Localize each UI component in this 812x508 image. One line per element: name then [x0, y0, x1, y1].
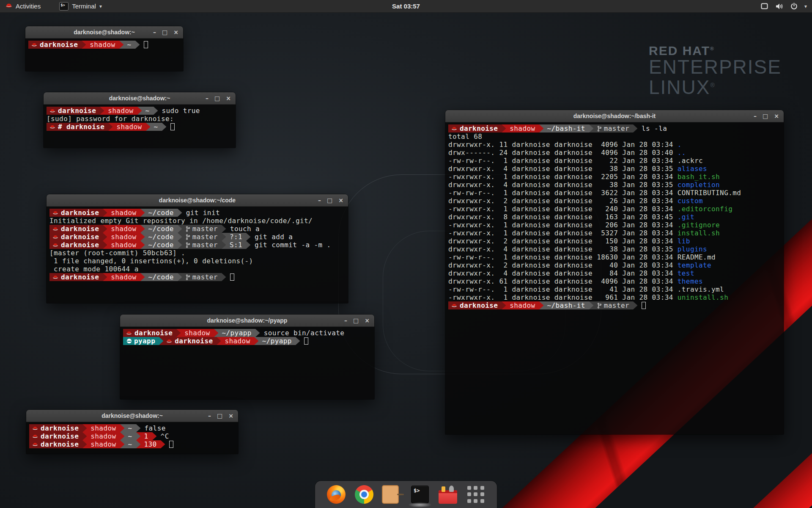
terminal-window[interactable]: darknoise@shadow:~/bash-it–□×darknoisesh…: [445, 110, 784, 434]
file-name: bash_it.sh: [678, 173, 720, 181]
command-text: source bin/activate: [264, 329, 345, 337]
window-titlebar[interactable]: darknoise@shadow:~/bash-it–□×: [445, 110, 784, 122]
window-titlebar[interactable]: darknoise@shadow:~–□×: [25, 26, 183, 39]
close-button[interactable]: ×: [173, 29, 178, 35]
terminal-body[interactable]: darknoiseshadow~/pyappsource bin/activat…: [120, 327, 374, 399]
files-icon: [382, 485, 399, 504]
close-button[interactable]: ×: [228, 413, 233, 419]
window-titlebar[interactable]: darknoise@shadow:~/pyapp–□×: [120, 315, 374, 327]
prompt-segment-host: shadow: [107, 209, 140, 217]
redhat-prompt-icon: [52, 243, 58, 247]
terminal-body[interactable]: darknoiseshadow~/codegit initInitialized…: [47, 207, 348, 303]
prompt-segment-user: darknoise: [29, 432, 82, 440]
prompt-segment-git: master: [182, 241, 222, 249]
close-button[interactable]: ×: [226, 95, 231, 101]
terminal-cursor: [304, 337, 308, 345]
maximize-button[interactable]: □: [214, 95, 220, 101]
dock-item-firefox[interactable]: [326, 484, 346, 505]
command-text: ^C: [161, 432, 169, 440]
file-name: .gitignore: [678, 221, 720, 229]
file-name: test: [678, 269, 694, 277]
ls-columns: drwxrwxr-x. 8 darknoise darknoise 163 Ja…: [448, 213, 678, 221]
system-status-area[interactable]: ▾: [760, 0, 807, 12]
terminal-body[interactable]: darknoiseshadow~: [25, 39, 183, 71]
activities-button[interactable]: Activities: [0, 0, 46, 12]
prompt-segment-user: darknoise: [47, 107, 100, 115]
window-titlebar[interactable]: darknoise@shadow:~–□×: [44, 92, 236, 105]
prompt-segment-path: ~/code: [145, 241, 178, 249]
close-button[interactable]: ×: [774, 113, 779, 119]
window-title: darknoise@shadow:~: [74, 29, 135, 36]
prompt-segment-user: darknoise: [49, 233, 103, 241]
terminal-line: darknoiseshadow~/pyappsource bin/activat…: [123, 329, 374, 337]
window-title: darknoise@shadow:~: [102, 412, 163, 419]
terminal-body[interactable]: darknoiseshadow~falsedarknoiseshadow~1^C…: [26, 422, 238, 454]
desktop-background: { "top_bar": { "activities_label": "Acti…: [0, 0, 812, 508]
prompt-segment-host: shadow: [107, 233, 140, 241]
redhat-prompt-icon: [49, 108, 55, 113]
terminal-icon-glyph: $>: [414, 488, 420, 494]
terminal-line: drwxrwxr-x. 4 darknoise darknoise 38 Jan…: [448, 245, 784, 253]
ls-columns: -rw-rw-r--. 1 darknoise darknoise 22 Jan…: [448, 157, 678, 165]
python-venv-icon: [127, 339, 132, 343]
terminal-body[interactable]: darknoiseshadow~sudo true[sudo] password…: [44, 105, 236, 148]
minimize-button[interactable]: –: [206, 95, 208, 101]
terminal-window[interactable]: darknoise@shadow:~/code–□×darknoiseshado…: [47, 194, 348, 303]
prompt-segment-path: ~: [124, 440, 136, 448]
ls-columns: drwxrwxr-x. 4 darknoise darknoise 38 Jan…: [448, 245, 678, 253]
running-indicator: [408, 502, 432, 508]
maximize-button[interactable]: □: [162, 29, 167, 35]
dock-item-toolbox[interactable]: [438, 484, 458, 505]
dock-item-terminal[interactable]: $>: [410, 484, 430, 505]
powerline-separator-icon: [120, 424, 124, 432]
terminal-line: drwxrwxr-x. 2 darknoise darknoise 150 Ja…: [448, 237, 784, 245]
maximize-button[interactable]: □: [763, 113, 768, 119]
terminal-line: -rw-rw-r--. 1 darknoise darknoise 18630 …: [448, 253, 784, 261]
dock-item-app-grid[interactable]: [466, 484, 486, 505]
terminal-line: darknoiseshadow~/bash-itmaster: [448, 301, 784, 309]
prompt-segment-user: darknoise: [49, 225, 103, 233]
redhat-prompt-icon: [52, 235, 58, 239]
maximize-button[interactable]: □: [327, 197, 332, 203]
powerline-separator-icon: [633, 301, 637, 309]
prompt-segment-path: ~/pyapp: [218, 329, 255, 337]
ls-columns: drwx------. 24 darknoise darknoise 4096 …: [448, 149, 678, 157]
terminal-line: -rw-rw-r--. 1 darknoise darknoise 3622 J…: [448, 189, 784, 197]
terminal-window[interactable]: darknoise@shadow:~–□×darknoiseshadow~fal…: [26, 410, 238, 454]
minimize-button[interactable]: –: [153, 29, 156, 35]
prompt-segment-user: darknoise: [28, 41, 82, 49]
powerline-separator-icon: [214, 329, 218, 337]
minimize-button[interactable]: –: [754, 113, 757, 119]
close-button[interactable]: ×: [338, 197, 343, 203]
terminal-line: [master (root-commit) 50bcb63] .: [49, 249, 348, 257]
ls-columns: -rwxrwxr-x. 1 darknoise darknoise 961 Ja…: [448, 293, 678, 301]
powerline-separator-icon: [103, 233, 107, 241]
ls-columns: -rw-rw-r--. 1 darknoise darknoise 3622 J…: [448, 189, 678, 197]
window-titlebar[interactable]: darknoise@shadow:~–□×: [26, 410, 238, 422]
terminal-cursor: [170, 123, 175, 130]
terminal-window[interactable]: darknoise@shadow:~–□×darknoiseshadow~sud…: [44, 92, 236, 148]
minimize-button[interactable]: –: [318, 197, 321, 203]
terminal-body[interactable]: darknoiseshadow~/bash-itmasterls -latota…: [445, 122, 784, 434]
window-titlebar[interactable]: darknoise@shadow:~/code–□×: [47, 194, 348, 207]
minimize-button[interactable]: –: [208, 413, 211, 419]
app-menu-terminal[interactable]: $> Terminal ▾: [55, 0, 106, 12]
minimize-button[interactable]: –: [344, 318, 347, 323]
prompt-segment-gitst: ?:1: [226, 233, 246, 241]
close-button[interactable]: ×: [365, 318, 370, 323]
maximize-button[interactable]: □: [217, 413, 222, 419]
dock-item-files[interactable]: [382, 484, 402, 505]
powerline-separator-icon: [108, 123, 112, 131]
maximize-button[interactable]: □: [353, 318, 359, 323]
powerline-separator-icon: [140, 241, 145, 249]
ls-columns: drwxrwxr-x. 2 darknoise darknoise 40 Jan…: [448, 261, 678, 269]
icon-detail: [361, 491, 367, 497]
app-grid-dot: [480, 486, 484, 490]
terminal-line: create mode 100644 a: [49, 265, 348, 273]
prompt-segment-host: shadow: [87, 424, 120, 432]
terminal-window[interactable]: darknoise@shadow:~–□×darknoiseshadow~: [25, 26, 183, 71]
powerline-separator-icon: [502, 124, 506, 133]
terminal-window[interactable]: darknoise@shadow:~/pyapp–□×darknoiseshad…: [120, 315, 374, 399]
dock-item-chrome[interactable]: [354, 484, 374, 505]
clock[interactable]: Sat 03:57: [392, 3, 420, 10]
